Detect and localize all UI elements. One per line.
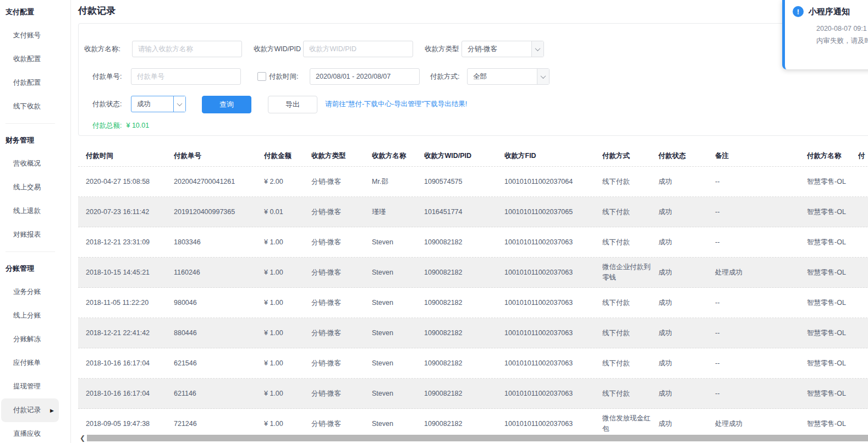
scrollbar-thumb[interactable] — [87, 435, 868, 441]
sidebar-item-label: 提现管理 — [13, 382, 41, 391]
sidebar-item-active[interactable]: 付款记录▶ — [1, 398, 59, 422]
table-cell: 分销-微客 — [311, 419, 372, 429]
sidebar-item-label: 应付账单 — [13, 358, 41, 368]
filter-row-2: 付款单号: 付款时间: 付款方式: 全部 — [79, 68, 868, 85]
sidebar-item[interactable]: 应付账单 — [0, 351, 70, 375]
table-cell: 成功 — [658, 207, 715, 217]
table-cell: 621546 — [174, 358, 264, 369]
sidebar-item[interactable]: 对账报表 — [0, 223, 70, 247]
table-cell: 2020-04-27 15:08:58 — [86, 177, 174, 187]
table-cell: Steven — [372, 298, 424, 308]
table-cell: 线下付款 — [602, 358, 658, 369]
sidebar-item-label: 线下收款 — [13, 102, 41, 111]
table-cell: ¥ 1.00 — [264, 328, 311, 338]
payee-type-select[interactable]: 分销-微客 — [462, 41, 544, 57]
table-cell: 100101011002037063 — [504, 419, 602, 429]
scroll-left-icon[interactable]: ❮ — [78, 434, 87, 442]
table-cell: 1016451774 — [424, 207, 504, 217]
table-row[interactable]: 2020-04-27 15:08:582020042700041261¥ 2.0… — [78, 167, 868, 197]
pay-status-select[interactable]: 成功 — [131, 96, 186, 112]
sidebar-item[interactable]: 直播应收 — [0, 422, 70, 443]
payee-name-input[interactable] — [132, 41, 242, 57]
table-cell: 智慧零售-OL — [807, 358, 858, 369]
table-cell: -- — [715, 298, 807, 308]
column-header: 付款单号 — [174, 151, 264, 161]
table-cell: 智慧零售-OL — [807, 267, 858, 278]
table-row[interactable]: 2018-12-21 22:41:42880446¥ 1.00分销-微客Stev… — [78, 318, 868, 348]
table-cell: ¥ 2.00 — [264, 177, 311, 187]
table-body: 2020-04-27 15:08:582020042700041261¥ 2.0… — [78, 167, 868, 439]
table-cell: 2018-12-21 23:31:09 — [86, 237, 174, 248]
table-cell: 100101011002037063 — [504, 389, 602, 399]
table-cell: 2018-09-05 19:47:38 — [86, 419, 174, 429]
table-cell: ¥ 1.00 — [264, 298, 311, 308]
table-row[interactable]: 2018-10-15 14:45:211160246¥ 1.00分销-微客Ste… — [78, 258, 868, 288]
sidebar-item[interactable]: 分账解冻 — [0, 327, 70, 351]
sidebar-item[interactable]: 线上分账 — [0, 304, 70, 327]
table-cell: 100101011002037063 — [504, 328, 602, 338]
table-cell: 分销-微客 — [311, 237, 372, 248]
payee-type-label: 收款方类型 — [425, 45, 459, 54]
table-row[interactable]: 2018-10-16 16:17:04621146¥ 1.00分销-微客Stev… — [78, 379, 868, 409]
table-cell: 1160246 — [174, 267, 264, 278]
table-cell: 分销-微客 — [311, 207, 372, 217]
column-header: 付款时间 — [86, 151, 174, 161]
sidebar-item-label: 线上交易 — [13, 183, 41, 192]
notification-title: 小程序通知 — [809, 7, 850, 17]
search-button[interactable]: 查询 — [202, 96, 251, 113]
table-row[interactable]: 2018-12-21 23:31:091803346¥ 1.00分销-微客Ste… — [78, 227, 868, 258]
payee-wid-input[interactable] — [303, 41, 413, 57]
sidebar-item[interactable]: 业务分账 — [0, 280, 70, 304]
table-header-row: 付款时间付款单号付款金额收款方类型收款方名称收款方WID/PID收款方FID付款… — [78, 146, 868, 167]
table-cell: 分销-微客 — [311, 358, 372, 369]
sidebar-item[interactable]: 付款配置 — [0, 71, 70, 95]
export-hint-link[interactable]: 请前往"慧付-下载中心-导出管理"下载导出结果! — [325, 100, 467, 109]
sidebar-divider — [6, 251, 55, 252]
horizontal-scrollbar[interactable]: ❮ — [78, 434, 868, 441]
table-cell: 100101011002037063 — [504, 237, 602, 248]
table-cell: ¥ 1.00 — [264, 237, 311, 248]
notification-header: ! 小程序通知 — [793, 6, 868, 17]
table-cell: 2018-10-15 14:45:21 — [86, 267, 174, 278]
table-cell: ¥ 1.00 — [264, 389, 311, 399]
page-title: 付款记录 — [78, 4, 116, 17]
sidebar-item[interactable]: 线上交易 — [0, 176, 70, 199]
pay-method-select[interactable]: 全部 — [467, 68, 550, 85]
table-cell: 成功 — [658, 298, 715, 308]
table-cell: 980046 — [174, 298, 264, 308]
pay-time-input[interactable] — [310, 68, 420, 85]
sidebar-item[interactable]: 线上退款 — [0, 199, 70, 223]
table-cell: 1090082182 — [424, 298, 504, 308]
payments-table: 付款时间付款单号付款金额收款方类型收款方名称收款方WID/PID收款方FID付款… — [78, 146, 868, 439]
sidebar-item-label: 营收概况 — [13, 159, 41, 168]
sidebar-item[interactable]: 营收概况 — [0, 152, 70, 176]
table-row[interactable]: 2018-10-16 16:17:04621546¥ 1.00分销-微客Stev… — [78, 348, 868, 379]
pay-status-label: 付款状态: — [92, 100, 122, 109]
pay-time-checkbox[interactable] — [257, 72, 266, 81]
sidebar-item[interactable]: 线下收款 — [0, 95, 70, 118]
table-cell: 880446 — [174, 328, 264, 338]
table-cell: 1090574575 — [424, 177, 504, 187]
export-button[interactable]: 导出 — [268, 96, 317, 113]
table-cell: 2018-10-16 16:17:04 — [86, 358, 174, 369]
table-cell: 100101011002037063 — [504, 298, 602, 308]
order-no-input[interactable] — [131, 68, 241, 85]
table-cell: 2018-12-21 22:41:42 — [86, 328, 174, 338]
column-header: 收款方WID/PID — [424, 151, 504, 161]
sidebar-divider — [6, 123, 55, 124]
column-header: 付款状态 — [658, 151, 715, 161]
table-cell: 2020042700041261 — [174, 177, 264, 187]
table-cell: 成功 — [658, 419, 715, 429]
table-cell: ¥ 0.01 — [264, 207, 311, 217]
table-row[interactable]: 2018-11-05 11:22:20980046¥ 1.00分销-微客Stev… — [78, 288, 868, 318]
sidebar-item[interactable]: 提现管理 — [0, 375, 70, 398]
sidebar-item[interactable]: 收款配置 — [0, 47, 70, 71]
table-row[interactable]: 2020-07-23 16:11:422019120400997365¥ 0.0… — [78, 197, 868, 227]
table-cell: Mr.邵 — [372, 177, 424, 187]
sidebar-item[interactable]: 支付账号 — [0, 24, 70, 47]
notification-message: 内审失败，请及时 — [816, 35, 868, 47]
table-cell: ¥ 1.00 — [264, 358, 311, 369]
mini-program-notification[interactable]: ! 小程序通知 2020-08-07 09:1 内审失败，请及时 — [782, 0, 868, 69]
sidebar-section-title: 分账管理 — [0, 256, 70, 280]
table-cell: Steven — [372, 328, 424, 338]
